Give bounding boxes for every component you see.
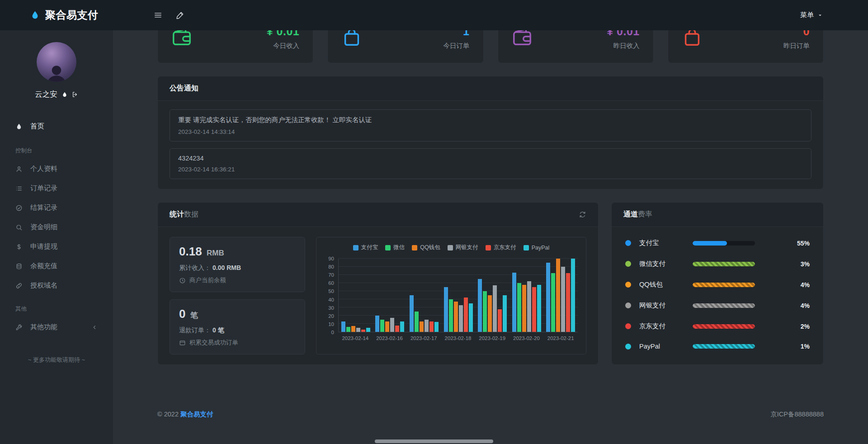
menu-dropdown-label: 菜单 [800,11,814,19]
sidebar-item[interactable]: 个人资料 [0,159,113,179]
cumulative-income-line: 累计收入：0.00 RMB [179,264,296,272]
legend-item[interactable]: 支付宝 [353,244,378,251]
legend-item[interactable]: PayPal [524,244,550,251]
bar [415,312,419,332]
channel-name: 微信支付 [639,260,693,268]
channel-dot [625,344,631,350]
chevron-left-icon [91,324,98,331]
bar [420,321,424,332]
sidebar-item-label: 首页 [30,122,44,131]
y-tick-label: 20 [328,313,334,319]
footer: © 2022聚合易支付 京ICP备88888888 [157,410,824,419]
bar [546,263,550,332]
brush-icon[interactable] [176,11,184,19]
channels-title-sub: 费率 [638,210,652,219]
chart-plot-area [338,259,578,332]
channel-rate: 3% [801,260,810,268]
caret-down-icon [817,13,823,18]
sidebar-item[interactable]: 资金明细 [0,217,113,237]
y-tick-label: 80 [328,264,334,269]
legend-swatch [353,245,359,250]
statistics-body: 0.18 RMB 累计收入：0.00 RMB 商户当前余额 [158,227,598,364]
bar [551,273,555,332]
y-tick-label: 10 [328,321,334,327]
sidebar-item-label: 结算记录 [30,203,57,212]
sidebar-item-home[interactable]: 首页 [0,116,113,137]
sidebar-item-label: 资金明细 [30,223,57,231]
legend-item[interactable]: 京东支付 [486,244,516,251]
announcement-panel-header: 公告通知 [158,76,823,101]
menu-dropdown[interactable]: 菜单 [800,11,823,19]
sidebar-item[interactable]: 其他功能 [0,317,113,337]
drop-logo-icon [30,10,40,20]
sidebar-item-label: 个人资料 [30,165,57,173]
bar [498,309,502,332]
channel-name: 网银支付 [639,301,693,310]
y-tick-label: 30 [328,305,334,311]
channel-rate: 1% [801,343,810,350]
bottom-panels-row: 统计 数据 0.18 RMB 累计收入：0.00 RMB [157,202,824,365]
x-axis-label: 2023-02-16 [373,335,407,341]
logout-icon[interactable] [72,91,78,98]
stat-label: 今日订单 [443,42,470,50]
user-icon [15,165,23,173]
announcement-panel: 公告通知 重要 请完成实名认证，否则您的商户无法正常收款！ 立即实名认证2023… [157,76,824,189]
channel-progress-fill [693,262,755,266]
channel-progress-bar [693,283,755,287]
bar [361,330,365,332]
channel-dot [625,323,631,329]
y-tick-label: 50 [328,288,334,294]
horizontal-scrollbar[interactable] [375,439,493,443]
channel-name: QQ钱包 [639,280,693,289]
stat-label: 昨日订单 [783,42,810,50]
chart-legend: 支付宝微信QQ钱包网银支付京东支付PayPal [325,244,578,251]
channel-progress-fill [693,241,727,246]
x-axis-label: 2023-02-17 [406,335,441,341]
announcement-item[interactable]: 43242342023-02-14 16:36:21 [170,148,811,179]
announcement-item[interactable]: 重要 请完成实名认证，否则您的商户无法正常收款！ 立即实名认证2023-02-1… [170,109,811,142]
bar [385,321,389,332]
balance-card: 0.18 RMB 累计收入：0.00 RMB 商户当前余额 [170,237,305,292]
statistics-title: 统计 [170,210,184,219]
user-line: 云之安 [0,90,113,99]
bar [400,321,404,332]
bar-group [509,259,544,332]
legend-swatch [448,245,453,250]
refresh-icon[interactable] [579,211,586,218]
chart-plot-wrap: 0102030405060708090 [325,259,578,332]
sidebar-item[interactable]: 申请提现 [0,237,113,256]
bar [556,259,560,332]
brand: 聚合易支付 [30,8,99,22]
bar [464,298,468,332]
channel-list: 支付宝55%微信支付3%QQ钱包4%网银支付4%京东支付2%PayPal1% [612,227,823,364]
refund-orders-line: 退款订单：0 笔 [179,326,296,335]
channel-progress-bar [693,344,755,349]
channel-row: QQ钱包4% [625,280,810,289]
check-circle-icon [15,204,23,212]
bar [356,328,360,332]
legend-item[interactable]: 微信 [385,244,405,251]
sidebar-item[interactable]: 结算记录 [0,198,113,217]
legend-item[interactable]: 网银支付 [448,244,478,251]
bar [395,326,399,332]
channel-row: 微信支付3% [625,260,810,268]
bar [469,303,473,332]
bar [375,316,379,332]
sidebar-item[interactable]: 订单记录 [0,179,113,198]
channel-rate: 4% [801,281,810,288]
statistics-panel-header: 统计 数据 [158,203,598,227]
channel-name: 支付宝 [639,239,693,247]
bar [351,326,355,332]
legend-item[interactable]: QQ钱包 [412,244,440,251]
sidebar-item[interactable]: 授权域名 [0,276,113,295]
footer-brand-link[interactable]: 聚合易支付 [180,411,213,418]
bar [527,281,531,332]
brand-title: 聚合易支付 [45,8,99,22]
sidebar-item[interactable]: 余额充值 [0,256,113,276]
legend-swatch [385,245,391,250]
bar-group [407,259,441,332]
channel-dot [625,282,631,288]
bar [390,318,394,332]
hamburger-menu-icon[interactable] [154,11,162,19]
channel-progress-bar [693,303,755,308]
